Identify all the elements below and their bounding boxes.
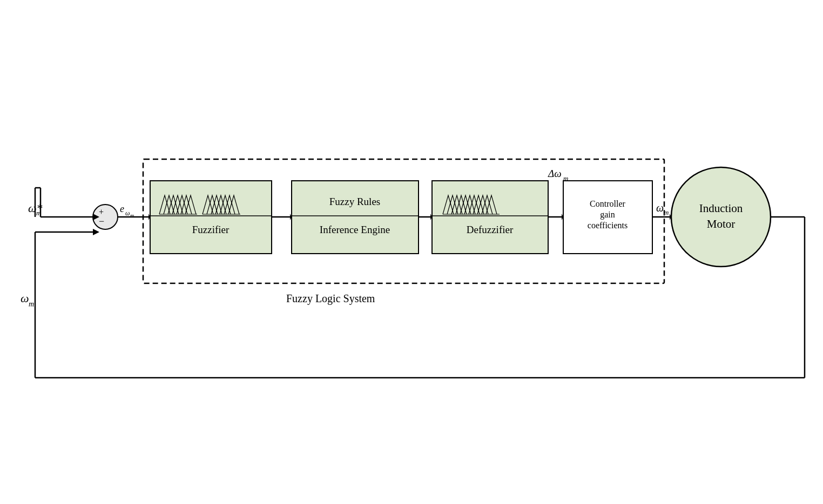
- omega-m-feedback-label: ω: [21, 291, 29, 305]
- induction-motor-label-1: Induction: [699, 202, 743, 215]
- svg-text:m: m: [664, 208, 669, 216]
- delta-omega-label: Δω: [548, 168, 562, 179]
- fuzzy-rules-label: Fuzzy Rules: [329, 196, 380, 207]
- error-label: e: [120, 203, 124, 214]
- inference-engine-label: Inference Engine: [320, 224, 390, 235]
- diagram-container: Fuzzy Logic System Fuzzifier Fuzzy Rules: [0, 0, 823, 504]
- svg-text:−: −: [99, 216, 104, 227]
- svg-text:m: m: [563, 174, 568, 182]
- controller-label-3: coefficients: [588, 221, 628, 230]
- svg-text:m: m: [130, 213, 134, 219]
- fuzzy-system-label: Fuzzy Logic System: [286, 292, 375, 305]
- defuzzifier-label: Defuzzifier: [467, 224, 514, 235]
- induction-motor-label-2: Motor: [707, 217, 736, 230]
- svg-text:m: m: [29, 300, 34, 308]
- fuzzifier-block: [150, 181, 272, 254]
- svg-text:+: +: [99, 207, 104, 216]
- controller-label-1: Controller: [590, 199, 625, 208]
- fuzzifier-label: Fuzzifier: [192, 224, 230, 235]
- omega-m-out-label: ω: [656, 202, 664, 214]
- arrow-feedback-to-sum: [93, 229, 99, 235]
- defuzzifier-block: [432, 181, 548, 254]
- controller-label-2: gain: [600, 210, 615, 220]
- svg-text:ω: ω: [125, 209, 130, 217]
- induction-motor-circle: [671, 167, 771, 267]
- inference-block: [292, 181, 419, 254]
